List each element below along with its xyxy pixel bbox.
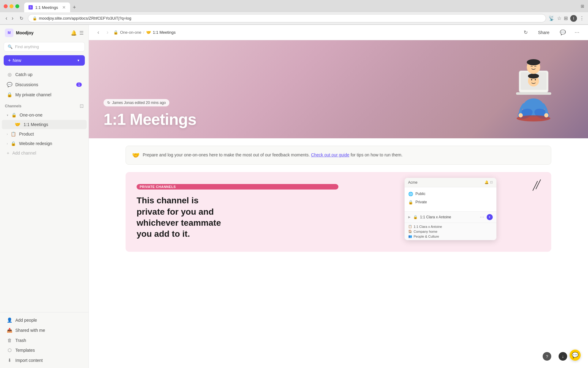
import-label: Import content: [15, 358, 43, 363]
breadcrumb-parent[interactable]: One-on-one: [120, 30, 141, 35]
sidebar-item-my-private-channel[interactable]: 🔒 My private channel: [2, 90, 87, 100]
tab-list-btn[interactable]: ⊞: [581, 4, 584, 9]
add-channel-item[interactable]: + Add channel: [2, 148, 87, 158]
window-maximize[interactable]: [15, 4, 19, 8]
breadcrumb-separator: /: [143, 30, 144, 35]
mock-expand-icon: ▶: [408, 215, 411, 219]
templates-label: Templates: [15, 348, 35, 353]
sidebar-import[interactable]: ⬇ Import content: [2, 355, 87, 365]
tab-favicon: S: [28, 5, 33, 10]
add-people-icon: 👤: [7, 317, 12, 323]
ssl-icon: 🔒: [32, 16, 37, 21]
trash-label: Trash: [15, 338, 26, 343]
nav-prev-btn[interactable]: ‹: [95, 28, 102, 37]
sidebar-add-people[interactable]: 👤 Add people: [2, 315, 87, 325]
workspace-name: Moodjoy: [16, 30, 34, 35]
address-bar[interactable]: 🔒 moodjoy.slite.com/app/docs/ZRhfCEFYo3U…: [28, 14, 546, 22]
sidebar-trash[interactable]: 🗑 Trash: [2, 335, 87, 345]
info-main-text: Prepare and log your one-on-ones here to…: [143, 152, 310, 157]
mock-sub-item-1: 1:1 Clara x Antoine: [414, 225, 442, 228]
one-on-one-label: One-on-one: [20, 113, 43, 117]
comment-btn[interactable]: 💬: [557, 28, 568, 36]
mock-row-private: 🔒 Private: [405, 198, 496, 206]
search-icon: 🔍: [8, 44, 13, 49]
info-suffix: for tips on how to run them.: [351, 152, 403, 157]
back-button[interactable]: ‹: [4, 14, 9, 22]
mock-channel-name: 1:1 Clara x Antoine: [420, 215, 477, 219]
sidebar-item-discussions[interactable]: 💬 Discussions 1: [2, 80, 87, 90]
my-private-channel-label: My private channel: [15, 92, 51, 97]
mock-private-label: Private: [416, 200, 427, 204]
product-chevron: ›: [7, 132, 8, 136]
url-text: moodjoy.slite.com/app/docs/ZRhfCEFYo3UiT…: [39, 16, 131, 21]
private-channel-card: PRIVATE CHANNELS This channel is private…: [126, 172, 551, 252]
shared-with-me-label: Shared with me: [15, 328, 45, 333]
reload-button[interactable]: ↻: [18, 15, 25, 22]
window-minimize[interactable]: [9, 4, 13, 8]
new-plus-icon: +: [8, 58, 11, 63]
notification-bell[interactable]: 🔔: [71, 30, 77, 36]
sidebar-shared-with-me[interactable]: 📤 Shared with me: [2, 325, 87, 335]
deco-squiggle: [530, 178, 545, 194]
import-icon: ⬇: [7, 358, 12, 363]
profile-btn[interactable]: I: [570, 15, 577, 22]
mock-lock-icon: 🔒: [413, 215, 418, 219]
doc-hero: ↻ James Jonas edited 20 mins ago 1:1 Mee…: [89, 40, 588, 138]
product-icon: 📋: [11, 132, 16, 136]
svg-point-13: [518, 113, 523, 117]
info-link[interactable]: Check out our guide: [311, 152, 349, 157]
11-meetings-emoji: 🤝: [15, 122, 21, 127]
mock-sub-item-3: People & Culture: [414, 235, 439, 238]
refresh-btn[interactable]: ↻: [521, 28, 530, 36]
svg-point-5: [528, 74, 539, 79]
nav-next-btn[interactable]: ›: [104, 28, 111, 37]
new-dropdown-arrow[interactable]: ▾: [76, 58, 81, 63]
svg-point-3: [531, 79, 532, 80]
share-button[interactable]: Share: [534, 28, 554, 37]
sidebar-item-catch-up[interactable]: ◎ Catch up: [2, 70, 87, 79]
scroll-down-btn[interactable]: ↓: [559, 352, 567, 361]
channel-11-meetings[interactable]: 🤝 1:1 Meetings: [2, 120, 87, 129]
channels-collapse-btn[interactable]: ⊡: [80, 103, 84, 109]
new-tab-button[interactable]: +: [70, 3, 78, 12]
bookmark-icon[interactable]: ☆: [557, 15, 561, 21]
cast-icon[interactable]: 📡: [548, 15, 555, 21]
mock-content: 🌐 Public 🔒 Private: [405, 187, 496, 211]
mock-row-public: 🌐 Public: [405, 190, 496, 198]
menu-btn[interactable]: ⋮: [579, 15, 584, 21]
browser-tab-active[interactable]: S 1:1 Meetings ✕: [24, 2, 70, 12]
breadcrumb-current: 1:1 Meetings: [153, 30, 175, 35]
sidebar-toggle[interactable]: ☰: [79, 30, 84, 36]
chat-bubble-btn[interactable]: 💬: [570, 350, 581, 361]
window-close[interactable]: [4, 4, 8, 8]
workspace-info[interactable]: M Moodjoy: [5, 29, 34, 37]
mock-private-icon: 🔒: [408, 200, 413, 205]
edited-icon: ↻: [107, 101, 110, 105]
more-options-btn[interactable]: ⋯: [572, 28, 582, 36]
tab-close-btn[interactable]: ✕: [62, 5, 66, 10]
discussions-label: Discussions: [15, 82, 38, 87]
search-bar[interactable]: 🔍 Find anything: [4, 42, 85, 52]
svg-rect-6: [516, 92, 551, 95]
help-btn[interactable]: ?: [543, 352, 551, 361]
extensions-icon[interactable]: ⊞: [564, 15, 568, 21]
add-people-label: Add people: [15, 318, 37, 323]
sidebar-templates[interactable]: ⬡ Templates: [2, 345, 87, 355]
forward-button[interactable]: ›: [10, 14, 15, 22]
tab-title: 1:1 Meetings: [35, 5, 58, 10]
trash-icon: 🗑: [7, 338, 12, 343]
card-left: PRIVATE CHANNELS This channel is private…: [126, 172, 349, 252]
channel-one-on-one[interactable]: ▾ 🔒 One-on-one: [2, 110, 87, 120]
shared-with-me-icon: 📤: [7, 328, 12, 333]
new-button[interactable]: + New ▾: [4, 55, 85, 66]
mock-icon-1: 🔔: [484, 180, 489, 184]
info-emoji: 🤝: [132, 151, 140, 159]
mock-add-btn: +: [487, 214, 493, 220]
sidebar: M Moodjoy 🔔 ☰ 🔍 Find anything + New ▾ ◎: [0, 25, 89, 368]
channel-product[interactable]: › 📋 Product: [2, 129, 87, 139]
mock-workspace-name: Acme: [408, 180, 418, 185]
website-redesign-label: Website redesign: [19, 141, 52, 146]
discussions-icon: 💬: [7, 82, 12, 87]
one-on-one-chevron: ▾: [7, 113, 8, 117]
channel-website-redesign[interactable]: › 🔒 Website redesign: [2, 139, 87, 148]
